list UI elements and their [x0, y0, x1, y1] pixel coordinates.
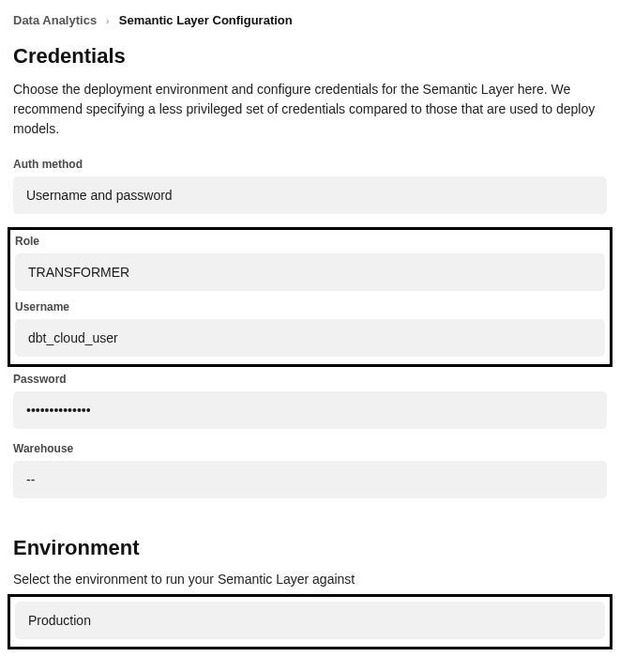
environment-input[interactable]	[15, 602, 605, 639]
highlight-environment	[8, 594, 612, 649]
password-group: Password	[13, 373, 607, 429]
username-input[interactable]	[15, 319, 605, 357]
environment-section: Environment Select the environment to ru…	[13, 536, 607, 649]
password-input[interactable]	[13, 391, 607, 429]
breadcrumb: Data Analytics › Semantic Layer Configur…	[13, 13, 607, 27]
auth-method-group: Auth method	[13, 158, 607, 214]
highlight-role-username: Role Username	[8, 227, 612, 367]
warehouse-label: Warehouse	[13, 442, 607, 455]
username-group: Username	[15, 300, 605, 357]
password-label: Password	[13, 373, 607, 386]
breadcrumb-parent[interactable]: Data Analytics	[13, 13, 97, 27]
warehouse-input[interactable]	[13, 461, 607, 498]
role-label: Role	[15, 235, 605, 248]
auth-method-input[interactable]	[13, 176, 607, 214]
environment-title: Environment	[13, 536, 607, 560]
warehouse-group: Warehouse	[13, 442, 607, 498]
credentials-title: Credentials	[13, 44, 607, 69]
breadcrumb-current: Semantic Layer Configuration	[119, 13, 293, 27]
chevron-right-icon: ›	[106, 15, 110, 26]
environment-description: Select the environment to run your Seman…	[13, 572, 607, 587]
credentials-description: Choose the deployment environment and co…	[13, 80, 607, 139]
username-label: Username	[15, 300, 605, 313]
role-group: Role	[15, 235, 605, 291]
auth-method-label: Auth method	[13, 158, 607, 171]
role-input[interactable]	[15, 253, 605, 291]
